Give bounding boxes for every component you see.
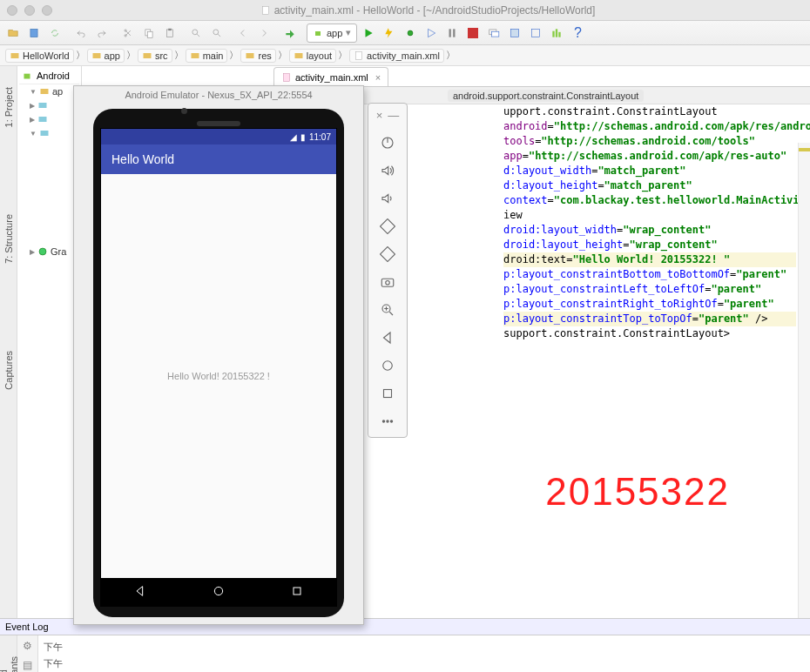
- editor-tab-activity-main[interactable]: activity_main.xml ×: [273, 67, 388, 86]
- help-button[interactable]: ?: [568, 24, 587, 43]
- crumb-main[interactable]: main: [186, 49, 228, 63]
- cut-icon[interactable]: [118, 24, 138, 43]
- rotate-right-button[interactable]: [375, 242, 400, 266]
- clock: 11:07: [309, 132, 331, 142]
- gradle-node[interactable]: ▶Gra: [19, 245, 79, 259]
- svg-point-35: [214, 587, 222, 595]
- more-button[interactable]: [375, 409, 400, 433]
- event-log-content[interactable]: 下午 下午 下午 下午 下午 下 the app. Instant Ru (Do…: [38, 635, 810, 672]
- structure-tool-tab[interactable]: 7: Structure: [3, 197, 14, 281]
- window-titlebar: activity_main.xml - HelloWorld - [~/Andr…: [0, 0, 810, 21]
- volume-up-button[interactable]: [375, 158, 400, 183]
- avd-manager-button[interactable]: [484, 24, 503, 43]
- crumb-src[interactable]: src: [138, 49, 172, 63]
- svg-rect-27: [356, 51, 362, 59]
- volume-down-button[interactable]: [375, 186, 400, 211]
- svg-rect-0: [262, 6, 268, 14]
- captures-tool-tab[interactable]: Captures: [3, 333, 14, 407]
- screenshot-button[interactable]: [375, 270, 400, 294]
- nav-home-button[interactable]: [212, 584, 226, 601]
- project-node[interactable]: ▼ap: [19, 84, 79, 98]
- crumb-file[interactable]: activity_main.xml: [349, 49, 444, 63]
- nav-back-button[interactable]: [133, 584, 147, 601]
- nav-recent-button[interactable]: [290, 584, 304, 601]
- replace-icon[interactable]: [207, 24, 226, 43]
- make-icon[interactable]: [280, 24, 300, 43]
- svg-rect-32: [40, 131, 48, 136]
- back-hw-button[interactable]: [375, 326, 400, 350]
- svg-rect-39: [381, 247, 395, 262]
- svg-point-9: [213, 29, 219, 34]
- sync-icon[interactable]: [45, 24, 64, 43]
- svg-rect-31: [39, 117, 47, 122]
- copy-icon[interactable]: [139, 24, 159, 43]
- svg-rect-34: [284, 73, 290, 81]
- paste-icon[interactable]: [160, 24, 179, 43]
- open-icon[interactable]: [3, 24, 23, 43]
- crumb-res[interactable]: res: [240, 49, 275, 63]
- error-stripe[interactable]: [798, 143, 810, 618]
- editor-context-path[interactable]: android.support.constraint.ConstraintLay…: [448, 90, 644, 102]
- home-hw-button[interactable]: [375, 353, 400, 378]
- zoom-window[interactable]: [42, 5, 52, 16]
- project-node[interactable]: ▶: [19, 98, 79, 112]
- debug-button[interactable]: [401, 24, 420, 43]
- svg-rect-17: [532, 29, 540, 37]
- project-node[interactable]: ▶: [19, 112, 79, 126]
- forward-icon[interactable]: [254, 24, 273, 43]
- svg-rect-23: [143, 53, 151, 58]
- undo-icon[interactable]: [71, 24, 91, 43]
- close-window[interactable]: [7, 5, 17, 16]
- svg-rect-1: [30, 29, 37, 37]
- svg-rect-24: [191, 53, 199, 58]
- redo-icon[interactable]: [92, 24, 111, 43]
- power-button[interactable]: [375, 131, 400, 155]
- save-icon[interactable]: [24, 24, 44, 43]
- crumb-project[interactable]: HelloWorld: [5, 49, 74, 63]
- find-icon[interactable]: [186, 24, 206, 43]
- device-nav-bar: [101, 578, 336, 606]
- svg-point-11: [408, 30, 413, 36]
- apply-changes-button[interactable]: [380, 24, 399, 43]
- run-button[interactable]: [359, 24, 378, 43]
- project-view-mode[interactable]: Android: [37, 71, 70, 81]
- back-icon[interactable]: [233, 24, 253, 43]
- minimize-window[interactable]: [24, 5, 35, 16]
- svg-rect-7: [168, 28, 172, 30]
- chevron-down-icon: ▾: [346, 27, 351, 38]
- emulator-window[interactable]: Android Emulator - Nexus_5X_API_22:5554 …: [73, 85, 364, 625]
- settings-icon[interactable]: ⚙: [21, 639, 35, 653]
- stop-button[interactable]: [463, 24, 483, 43]
- svg-rect-18: [553, 30, 555, 37]
- project-node[interactable]: ▼: [19, 126, 79, 140]
- svg-rect-44: [384, 390, 392, 398]
- svg-rect-22: [92, 53, 100, 58]
- emulator-close-button[interactable]: ×: [376, 109, 383, 122]
- layout-inspector-button[interactable]: [526, 24, 545, 43]
- device-frame: ◢ ▮ 11:07 Hello World Hello World! 20155…: [93, 109, 344, 617]
- crumb-module[interactable]: app: [87, 49, 125, 63]
- profile-button[interactable]: [422, 24, 441, 43]
- log-action-gutter: ⚙ ▤ ↩ ↧ ⎙ 🗑: [17, 635, 38, 672]
- hello-text: Hello World! 20155322 !: [167, 371, 270, 381]
- attach-debugger-button[interactable]: [442, 24, 462, 43]
- build-variants-tab[interactable]: Build Variants: [0, 639, 19, 672]
- svg-rect-36: [294, 588, 300, 595]
- emulator-minimize-button[interactable]: —: [388, 109, 399, 122]
- theme-editor-button[interactable]: [547, 24, 566, 43]
- svg-rect-12: [449, 29, 451, 37]
- rotate-left-button[interactable]: [375, 214, 400, 239]
- run-configuration-selector[interactable]: app ▾: [307, 24, 357, 43]
- filter-icon[interactable]: ▤: [21, 658, 35, 672]
- editor-tabs: activity_main.xml ×: [82, 66, 810, 87]
- sdk-manager-button[interactable]: [505, 24, 524, 43]
- device-screen[interactable]: ◢ ▮ 11:07 Hello World Hello World! 20155…: [100, 128, 337, 607]
- close-tab-icon[interactable]: ×: [375, 72, 381, 83]
- warning-marker[interactable]: [799, 148, 810, 151]
- crumb-layout[interactable]: layout: [289, 49, 336, 63]
- project-panel[interactable]: Android ▼ap ▶ ▶ ▼ ▶Gra: [17, 66, 82, 618]
- overview-hw-button[interactable]: [375, 381, 400, 406]
- log-row: 下午: [44, 655, 805, 672]
- project-tool-tab[interactable]: 1: Project: [3, 70, 14, 144]
- zoom-button[interactable]: [375, 298, 400, 322]
